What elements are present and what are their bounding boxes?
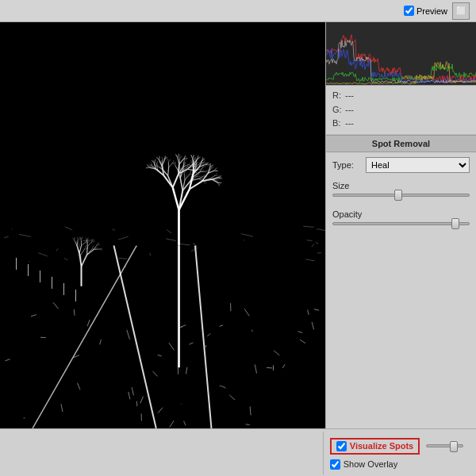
- visualize-checkbox-wrapper[interactable]: Visualize Spots: [330, 438, 420, 455]
- opacity-slider-thumb[interactable]: [451, 218, 459, 229]
- g-label: G:: [332, 103, 342, 117]
- export-button[interactable]: ⬜: [452, 2, 470, 20]
- visualize-spots-label: Visualize Spots: [350, 441, 414, 451]
- preview-checkbox[interactable]: [404, 6, 414, 16]
- export-icon: ⬜: [456, 6, 466, 15]
- b-row: B: ---: [332, 117, 470, 131]
- main-canvas: [0, 22, 325, 428]
- b-label: B:: [332, 117, 342, 131]
- g-value: ---: [345, 103, 354, 117]
- show-overlay-row: Show Overlay: [330, 458, 463, 471]
- preview-checkbox-wrapper[interactable]: Preview: [404, 6, 447, 16]
- g-row: G: ---: [332, 103, 470, 117]
- r-value: ---: [345, 89, 354, 103]
- opacity-slider-track[interactable]: [332, 222, 470, 225]
- spot-removal-section: Spot Removal Type: Heal Clone Size Opaci…: [326, 135, 476, 428]
- show-overlay-label: Show Overlay: [344, 459, 397, 469]
- main-area: R: --- G: --- B: --- Spot Removal Type: …: [0, 22, 476, 428]
- histogram-area: [326, 22, 476, 86]
- rgb-values: R: --- G: --- B: ---: [326, 86, 476, 135]
- vis-slider-track[interactable]: [426, 444, 463, 447]
- size-section: Size: [326, 178, 476, 206]
- vis-slider-thumb[interactable]: [450, 441, 458, 452]
- visualize-spots-checkbox[interactable]: [336, 441, 347, 451]
- type-label: Type:: [332, 160, 361, 170]
- type-control-row: Type: Heal Clone: [326, 152, 476, 178]
- visualize-slider[interactable]: [426, 444, 463, 447]
- opacity-section: Opacity: [326, 206, 476, 235]
- histogram-canvas: [326, 22, 476, 86]
- bottom-right: Visualize Spots Show Overlay: [323, 432, 470, 474]
- bottom-bar: Visualize Spots Show Overlay: [0, 428, 476, 476]
- b-value: ---: [345, 117, 354, 131]
- right-panel: R: --- G: --- B: --- Spot Removal Type: …: [325, 22, 476, 428]
- preview-label: Preview: [416, 6, 447, 16]
- visualize-row: Visualize Spots: [330, 435, 463, 458]
- r-row: R: ---: [332, 89, 470, 103]
- spot-removal-header: Spot Removal: [326, 135, 476, 152]
- size-slider-thumb[interactable]: [394, 190, 402, 201]
- show-overlay-checkbox[interactable]: [330, 459, 340, 470]
- image-container: [0, 22, 325, 428]
- top-toolbar: Preview ⬜: [0, 0, 476, 22]
- opacity-label: Opacity: [332, 209, 470, 219]
- r-label: R:: [332, 89, 342, 103]
- size-slider-track[interactable]: [332, 194, 470, 197]
- type-select[interactable]: Heal Clone: [366, 157, 470, 173]
- image-panel[interactable]: [0, 22, 325, 428]
